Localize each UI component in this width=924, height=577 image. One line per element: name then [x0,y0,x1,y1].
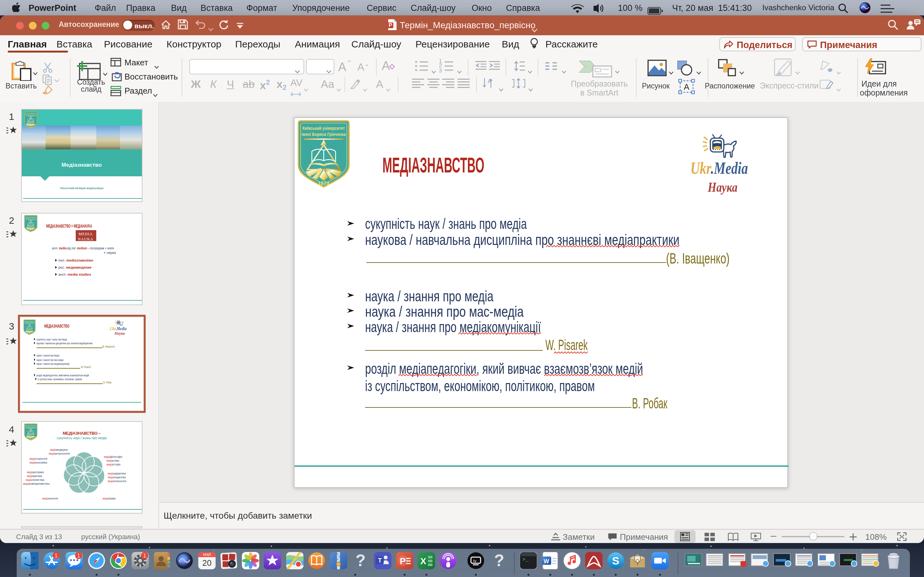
svg-text:W: W [543,558,549,564]
svg-text:P: P [399,556,405,566]
svg-text:X: X [420,556,426,566]
svg-text:S: S [612,554,620,566]
svg-text:1: 1 [144,553,146,558]
svg-text:>_: >_ [522,556,529,562]
svg-text:A: A [684,82,690,91]
svg-text:1: 1 [77,553,80,558]
svg-text:tv: tv [473,558,477,563]
svg-text:20: 20 [202,558,212,567]
svg-text:P: P [389,22,392,28]
svg-text:1: 1 [55,553,57,558]
svg-text:МАЙ: МАЙ [203,552,210,556]
svg-text:T: T [378,556,381,564]
